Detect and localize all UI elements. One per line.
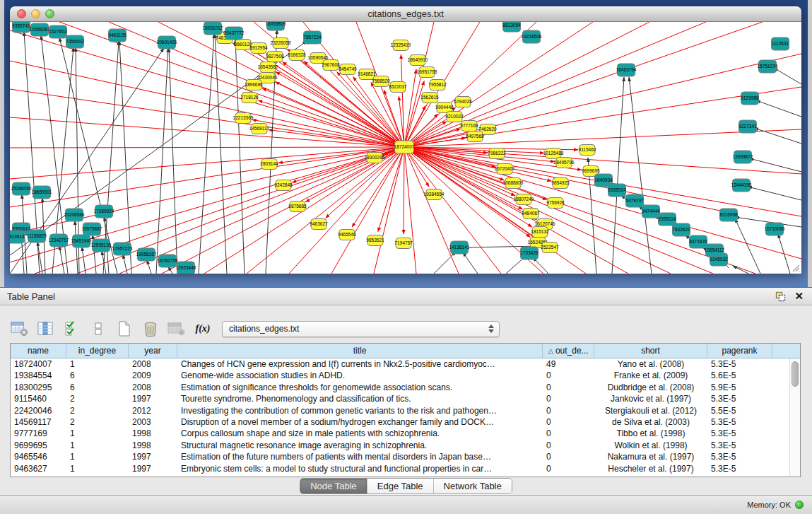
- tab-edge-table[interactable]: Edge Table: [367, 479, 434, 493]
- graph-node[interactable]: 8454749: [339, 64, 357, 75]
- graph-node[interactable]: 17359924: [94, 205, 114, 218]
- graph-node[interactable]: 8215958: [719, 209, 738, 221]
- network-canvas[interactable]: 1872400774638228660128591295423226058982…: [10, 22, 801, 274]
- graph-node[interactable]: 9463105: [108, 29, 126, 42]
- graph-node[interactable]: 1733426: [520, 247, 539, 259]
- graph-node[interactable]: 16931012: [203, 22, 223, 35]
- graph-node[interactable]: 1112631: [772, 37, 789, 50]
- graph-node[interactable]: 9463627: [310, 219, 328, 230]
- graph-node[interactable]: 10654112: [705, 244, 725, 257]
- graph-node[interactable]: 7986322: [488, 148, 506, 159]
- graph-node[interactable]: 7194757: [394, 238, 413, 249]
- graph-node[interactable]: 9777169: [460, 121, 478, 132]
- network-window-titlebar[interactable]: citations_edges.txt: [10, 6, 801, 22]
- graph-node[interactable]: 8522037: [389, 82, 407, 93]
- column-header-short[interactable]: short: [594, 344, 707, 358]
- scrollbar-thumb[interactable]: [792, 361, 799, 387]
- graph-node[interactable]: 14569117: [249, 124, 270, 134]
- table-mode-icon[interactable]: [10, 320, 30, 338]
- graph-node[interactable]: 1896696: [245, 80, 263, 90]
- network-graph[interactable]: 1872400774638228660128591295423226058982…: [10, 22, 801, 274]
- graph-node[interactable]: 9242848: [274, 180, 293, 191]
- table-row[interactable]: 1830029562008Estimation of significance …: [11, 382, 800, 393]
- graph-node[interactable]: 12444158: [731, 179, 752, 192]
- graph-node[interactable]: 9210022: [445, 112, 464, 122]
- select-column-icon[interactable]: [36, 320, 56, 338]
- window-resize-grip[interactable]: [790, 262, 800, 272]
- table-source-select[interactable]: citations_edges.txt: [222, 321, 500, 337]
- graph-node[interactable]: 25266050: [11, 182, 32, 195]
- tab-network-table[interactable]: Network Table: [434, 479, 512, 493]
- graph-node[interactable]: 16720407: [495, 164, 515, 175]
- graph-node[interactable]: 19218506: [522, 30, 542, 43]
- float-panel-icon[interactable]: [775, 291, 786, 302]
- graph-node[interactable]: 12505135: [91, 239, 112, 252]
- close-panel-icon[interactable]: ✕: [794, 290, 804, 303]
- graph-node[interactable]: 9853521: [366, 235, 384, 246]
- graph-node[interactable]: 10055287: [30, 23, 50, 36]
- close-window-button[interactable]: [17, 9, 26, 18]
- column-header-in_degree[interactable]: in_degree: [66, 344, 129, 358]
- graph-node[interactable]: 20437772: [224, 27, 245, 40]
- table-row[interactable]: 946362711997Embryonic stem cells: a mode…: [11, 463, 800, 474]
- graph-node[interactable]: 8186328: [288, 50, 306, 61]
- table-row[interactable]: 1872400712008Changes of HCN gene express…: [11, 358, 800, 370]
- graph-node[interactable]: 9115460: [579, 145, 596, 156]
- tab-node-table[interactable]: Node Table: [300, 479, 367, 493]
- graph-node[interactable]: 7588520: [372, 76, 390, 87]
- graph-node[interactable]: 16053809: [266, 22, 286, 30]
- graph-node[interactable]: 6479197: [625, 194, 644, 207]
- graph-node[interactable]: 9875685: [288, 201, 307, 212]
- graph-node[interactable]: 10975887: [82, 223, 102, 235]
- graph-node[interactable]: 3913914: [10, 230, 25, 243]
- trash-icon[interactable]: [141, 320, 160, 338]
- graph-node[interactable]: 9129986: [741, 92, 759, 105]
- graph-node[interactable]: 14136141: [449, 241, 470, 254]
- graph-node[interactable]: 7356402: [66, 35, 84, 48]
- graph-node[interactable]: 9827508: [266, 52, 284, 62]
- graph-node[interactable]: 1527602: [49, 25, 67, 38]
- graph-node[interactable]: 18724007: [394, 141, 415, 153]
- graph-node[interactable]: 5912954: [249, 43, 268, 54]
- graph-node[interactable]: 23226058: [271, 38, 291, 49]
- table-row[interactable]: 946554611997Estimation of the future num…: [11, 451, 800, 462]
- column-header-pagerank[interactable]: pagerank: [707, 344, 772, 358]
- graph-node[interactable]: 16463794: [616, 64, 637, 76]
- column-header-name[interactable]: name: [11, 344, 66, 358]
- new-document-icon[interactable]: [114, 320, 134, 338]
- graph-node[interactable]: 28495796: [554, 158, 575, 168]
- graph-node[interactable]: 15451940: [71, 235, 92, 247]
- delete-table-icon[interactable]: [167, 320, 187, 338]
- graph-node[interactable]: 5938924: [608, 184, 626, 197]
- graph-node[interactable]: 16543582: [258, 62, 278, 73]
- graph-node[interactable]: 2522547: [541, 243, 559, 253]
- graph-node[interactable]: 2803144: [260, 159, 278, 170]
- table-row[interactable]: 2242004622012Investigating the contribut…: [11, 405, 800, 416]
- graph-node[interactable]: 10710066: [765, 223, 785, 235]
- graph-node[interactable]: 9227341: [739, 120, 757, 133]
- graph-node[interactable]: 7632621: [672, 223, 690, 236]
- function-builder-icon[interactable]: f(x): [193, 320, 213, 338]
- graph-node[interactable]: 1562615: [420, 93, 439, 103]
- graph-node[interactable]: 2967608: [322, 60, 340, 71]
- column-header-out_degree[interactable]: △ out_de...: [543, 344, 594, 358]
- graph-node[interactable]: 12093872: [733, 151, 753, 163]
- graph-node[interactable]: 20206586: [64, 209, 85, 221]
- column-header-title[interactable]: title: [177, 344, 543, 358]
- table-row[interactable]: 969969511998Structural magnetic resonanc…: [11, 440, 800, 451]
- zoom-window-button[interactable]: [45, 9, 54, 18]
- graph-node[interactable]: 19384554: [424, 189, 445, 200]
- graph-node[interactable]: 7857224: [303, 31, 322, 44]
- graph-node[interactable]: 12923448: [176, 262, 196, 274]
- table-row[interactable]: 1938455462009Genome-wide association stu…: [11, 370, 800, 381]
- graph-node[interactable]: 11156829: [27, 230, 47, 243]
- graph-node[interactable]: 9465546: [338, 230, 356, 240]
- table-row[interactable]: 1456911722003Disruption of a novel membe…: [11, 416, 800, 428]
- graph-node[interactable]: 9854923: [551, 178, 570, 189]
- graph-node[interactable]: 18640910: [408, 55, 428, 66]
- graph-node[interactable]: 20691406: [157, 36, 177, 49]
- column-header-year[interactable]: year: [129, 344, 177, 358]
- graph-node[interactable]: 12325419: [391, 40, 411, 51]
- graph-node[interactable]: 18807249: [514, 194, 534, 205]
- graph-node[interactable]: 8813054: [502, 22, 521, 32]
